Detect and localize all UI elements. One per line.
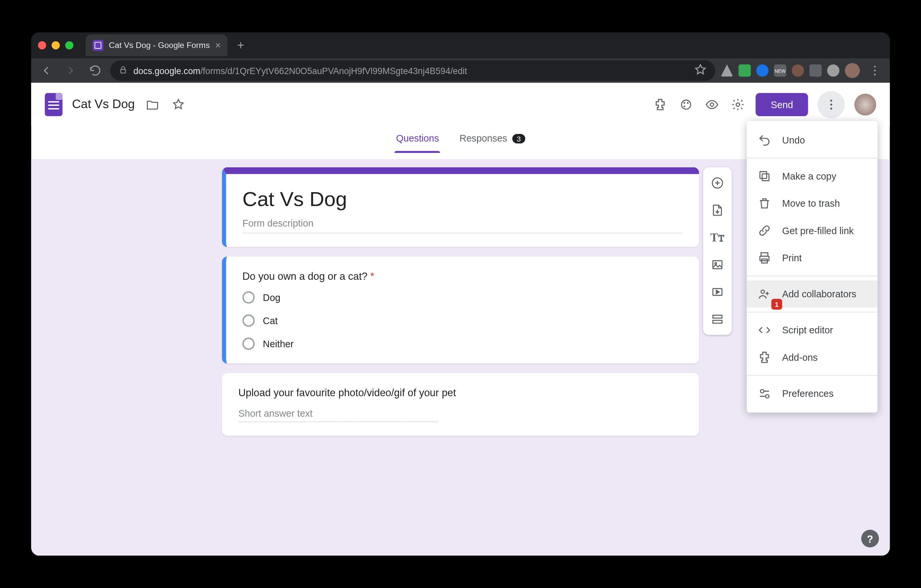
radio-icon <box>242 338 255 350</box>
browser-toolbar: docs.google.com/forms/d/1QrEYytV662N0O5a… <box>31 58 890 83</box>
option-label: Dog <box>263 292 280 303</box>
menu-label: Script editor <box>782 325 833 336</box>
menu-label: Get pre-filled link <box>782 225 854 236</box>
svg-rect-18 <box>713 320 722 323</box>
star-button[interactable] <box>170 96 187 112</box>
tab-questions[interactable]: Questions <box>395 133 440 153</box>
extension-icon[interactable] <box>792 65 804 77</box>
move-to-folder-button[interactable] <box>144 96 160 112</box>
forms-favicon-icon <box>93 40 104 51</box>
browser-tab[interactable]: Cat Vs Dog - Google Forms × <box>86 34 228 56</box>
svg-rect-20 <box>760 172 767 179</box>
addons-button[interactable] <box>652 96 668 112</box>
question-card[interactable]: Upload your favourite photo/video/gif of… <box>222 373 699 436</box>
copy-icon <box>758 169 771 183</box>
svg-point-25 <box>761 390 764 393</box>
add-image-button[interactable] <box>705 253 730 276</box>
radio-option[interactable]: Dog <box>242 291 683 304</box>
maximize-window-button[interactable] <box>65 41 73 50</box>
menu-separator <box>747 375 878 376</box>
more-options-button[interactable] <box>817 91 845 118</box>
radio-option[interactable]: Neither <box>242 338 683 350</box>
forms-logo-icon[interactable] <box>45 93 62 116</box>
menu-prefilled-link[interactable]: Get pre-filled link <box>747 217 878 244</box>
chrome-menu-button[interactable] <box>866 61 885 80</box>
extension-icon[interactable] <box>827 65 839 77</box>
menu-separator <box>747 312 878 312</box>
menu-label: Move to trash <box>782 198 840 209</box>
menu-label: Preferences <box>782 388 833 399</box>
add-section-button[interactable] <box>705 307 730 331</box>
notification-badge: 1 <box>771 299 782 310</box>
url-path: /forms/d/1QrEYytV662N0O5auPVAnojH9fVl99M… <box>200 65 467 76</box>
svg-point-24 <box>761 290 764 293</box>
menu-add-collaborators[interactable]: Add collaborators 1 <box>747 281 878 307</box>
svg-point-12 <box>830 107 832 109</box>
document-title[interactable]: Cat Vs Dog <box>72 97 135 112</box>
question-card[interactable]: Do you own a dog or a cat? * Dog Cat Nei… <box>222 257 699 364</box>
window-controls <box>38 41 73 50</box>
new-tab-button[interactable]: + <box>233 38 248 52</box>
trash-icon <box>758 197 771 210</box>
menu-label: Undo <box>782 135 805 146</box>
question-title: Do you own a dog or a cat? * <box>242 270 683 282</box>
extension-icon[interactable] <box>721 65 733 77</box>
close-window-button[interactable] <box>38 41 46 50</box>
preview-button[interactable] <box>704 96 720 112</box>
responses-count-badge: 3 <box>513 134 525 143</box>
people-icon <box>758 287 771 300</box>
import-questions-button[interactable] <box>705 199 730 222</box>
menu-preferences[interactable]: Preferences <box>747 380 878 407</box>
profile-avatar[interactable] <box>845 63 860 78</box>
svg-point-5 <box>684 102 685 104</box>
extension-icon[interactable] <box>810 65 822 77</box>
option-label: Cat <box>263 315 278 326</box>
form-description-input[interactable]: Form description <box>242 218 683 233</box>
radio-option[interactable]: Cat <box>242 315 683 327</box>
url-host: docs.google.com <box>133 65 200 76</box>
add-video-button[interactable] <box>705 281 730 304</box>
form-title-input[interactable]: Cat Vs Dog <box>242 188 683 211</box>
form-header-card[interactable]: Cat Vs Dog Form description <box>222 167 699 247</box>
send-button[interactable]: Send <box>756 93 808 116</box>
forward-button[interactable] <box>61 61 80 80</box>
svg-rect-0 <box>121 69 125 73</box>
help-button[interactable]: ? <box>861 530 879 547</box>
account-avatar[interactable] <box>854 93 876 115</box>
settings-button[interactable] <box>730 96 746 112</box>
extension-icon[interactable] <box>756 65 768 77</box>
menu-make-copy[interactable]: Make a copy <box>747 162 878 190</box>
menu-undo[interactable]: Undo <box>747 126 878 153</box>
menu-addons[interactable]: Add-ons <box>747 344 878 371</box>
tab-responses[interactable]: Responses 3 <box>458 133 526 153</box>
addon-icon <box>758 351 771 364</box>
short-answer-placeholder: Short answer text <box>238 408 438 422</box>
extension-icon[interactable]: NEW <box>774 65 786 77</box>
close-tab-button[interactable]: × <box>215 40 221 51</box>
svg-point-8 <box>711 102 714 106</box>
menu-print[interactable]: Print <box>747 244 878 271</box>
minimize-window-button[interactable] <box>52 41 60 50</box>
question-title-text: Do you own a dog or a cat? <box>242 270 368 282</box>
menu-script-editor[interactable]: Script editor <box>747 317 878 344</box>
question-toolbar: Tᴛ <box>703 167 732 335</box>
svg-point-26 <box>765 395 769 398</box>
add-question-button[interactable] <box>705 171 730 195</box>
menu-separator <box>747 276 878 276</box>
extension-icon[interactable] <box>739 65 751 77</box>
svg-point-3 <box>874 74 876 75</box>
tab-responses-label: Responses <box>459 133 507 143</box>
bookmark-star-icon[interactable] <box>694 63 707 78</box>
add-title-button[interactable]: Tᴛ <box>705 226 730 249</box>
svg-point-6 <box>687 102 689 104</box>
link-icon <box>758 224 771 237</box>
back-button[interactable] <box>37 61 56 80</box>
reload-button[interactable] <box>86 61 105 80</box>
browser-tab-strip: Cat Vs Dog - Google Forms × + <box>31 32 890 58</box>
menu-move-to-trash[interactable]: Move to trash <box>747 190 878 217</box>
more-options-menu: Undo Make a copy Move to trash Get pre-f… <box>747 121 878 413</box>
question-title: Upload your favourite photo/video/gif of… <box>238 387 682 398</box>
theme-button[interactable] <box>678 96 695 112</box>
address-bar[interactable]: docs.google.com/forms/d/1QrEYytV662N0O5a… <box>110 60 715 81</box>
radio-icon <box>242 291 255 304</box>
